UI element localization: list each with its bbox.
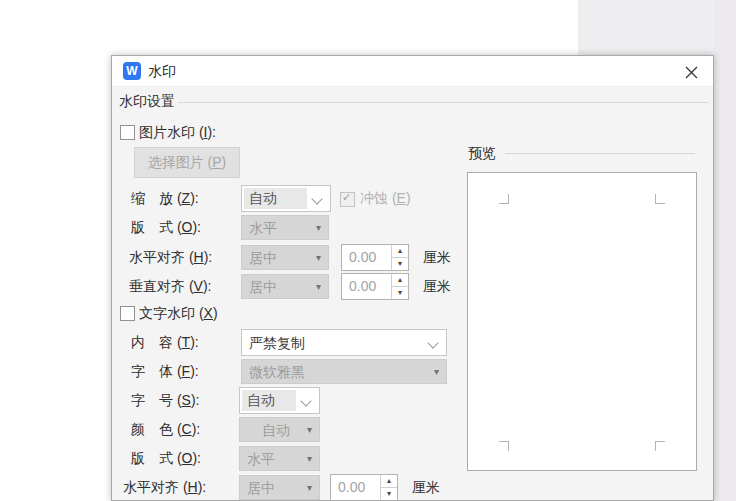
app-background-right — [714, 0, 736, 501]
wps-writer-screen: W 水印 水印设置 图片水印 (I): 选择图片 (P) 缩 放 (Z): 自动 — [0, 0, 736, 501]
dropdown-arrow-icon: ▾ — [316, 216, 321, 240]
settings-section-header: 水印设置 — [119, 93, 175, 111]
text-halign-unit: 厘米 — [412, 474, 440, 501]
spinner-down-icon[interactable]: ▾ — [381, 488, 397, 500]
picture-halign-unit: 厘米 — [423, 244, 451, 271]
washout-label: 冲蚀 (E) — [360, 190, 411, 207]
text-halign-row: 水平对齐 (H): 居中 ▾ 0.00 ▴ ▾ 厘米 — [112, 474, 713, 501]
text-watermark-checkbox[interactable] — [120, 306, 135, 321]
page-corner-mark-icon — [655, 194, 665, 204]
scale-label: 缩 放 (Z): — [131, 185, 199, 212]
font-dropdown: 微软雅黑 ▾ — [241, 359, 447, 384]
spinner-down-icon[interactable]: ▾ — [392, 287, 408, 299]
dropdown-arrow-icon: ▾ — [307, 447, 312, 471]
chevron-down-icon — [427, 337, 438, 348]
picture-halign-label: 水平对齐 (H): — [129, 244, 212, 271]
spinner-down-icon[interactable]: ▾ — [392, 258, 408, 270]
font-label: 字 体 (F): — [131, 358, 199, 385]
picture-valign-offset-spinner: 0.00 ▴ ▾ — [341, 273, 409, 300]
page-corner-mark-icon — [499, 441, 509, 451]
select-picture-button: 选择图片 (P) — [134, 147, 240, 178]
app-background — [578, 0, 736, 58]
spinner-up-icon[interactable]: ▴ — [392, 245, 408, 258]
washout-checkbox — [340, 192, 355, 207]
content-combobox[interactable]: 严禁复制 — [241, 329, 447, 356]
picture-watermark-checkbox[interactable] — [120, 125, 135, 140]
dropdown-arrow-icon: ▾ — [434, 360, 439, 384]
settings-section-rule — [178, 102, 708, 103]
color-dropdown: 自动 ▾ — [239, 417, 320, 442]
text-halign-dropdown: 居中 ▾ — [239, 475, 320, 500]
picture-valign-label: 垂直对齐 (V): — [129, 273, 211, 300]
picture-valign-unit: 厘米 — [423, 273, 451, 300]
text-layout-dropdown: 水平 ▾ — [239, 446, 320, 471]
dropdown-arrow-icon: ▾ — [307, 418, 312, 442]
dialog-titlebar: W 水印 — [112, 56, 713, 87]
color-label: 颜 色 (C): — [131, 416, 200, 443]
dropdown-arrow-icon: ▾ — [316, 246, 321, 270]
chevron-down-icon — [311, 193, 322, 204]
text-watermark-label: 文字水印 (X) — [139, 305, 218, 322]
dropdown-arrow-icon: ▾ — [307, 476, 312, 500]
text-halign-label: 水平对齐 (H): — [123, 474, 206, 501]
spinner-buttons: ▴ ▾ — [391, 274, 408, 299]
text-layout-label: 版 式 (O): — [131, 445, 201, 472]
picture-halign-offset-spinner: 0.00 ▴ ▾ — [341, 244, 409, 271]
picture-valign-dropdown: 居中 ▾ — [241, 274, 329, 299]
spinner-up-icon[interactable]: ▴ — [381, 475, 397, 488]
chevron-down-icon — [300, 395, 311, 406]
picture-layout-dropdown: 水平 ▾ — [241, 215, 329, 240]
size-dropdown[interactable]: 自动 — [239, 387, 320, 414]
preview-section-rule — [505, 153, 695, 154]
dropdown-arrow-icon: ▾ — [316, 275, 321, 299]
preview-section-header: 预览 — [468, 145, 496, 163]
close-button[interactable] — [683, 64, 699, 80]
spinner-buttons: ▴ ▾ — [380, 475, 397, 500]
page-corner-mark-icon — [499, 194, 509, 204]
picture-halign-dropdown: 居中 ▾ — [241, 245, 329, 270]
close-icon — [685, 66, 698, 79]
picture-layout-label: 版 式 (O): — [131, 214, 201, 241]
dialog-title: 水印 — [148, 56, 176, 86]
spinner-buttons: ▴ ▾ — [391, 245, 408, 270]
text-halign-offset-spinner: 0.00 ▴ ▾ — [330, 474, 398, 501]
page-corner-mark-icon — [655, 441, 665, 451]
watermark-preview — [467, 172, 697, 471]
size-label: 字 号 (S): — [131, 387, 199, 414]
picture-watermark-label: 图片水印 (I): — [139, 124, 216, 141]
spinner-up-icon[interactable]: ▴ — [392, 274, 408, 287]
scale-dropdown[interactable]: 自动 — [241, 185, 331, 212]
watermark-dialog: W 水印 水印设置 图片水印 (I): 选择图片 (P) 缩 放 (Z): 自动 — [111, 55, 714, 501]
wps-logo-icon: W — [123, 62, 141, 80]
content-label: 内 容 (T): — [131, 329, 199, 356]
